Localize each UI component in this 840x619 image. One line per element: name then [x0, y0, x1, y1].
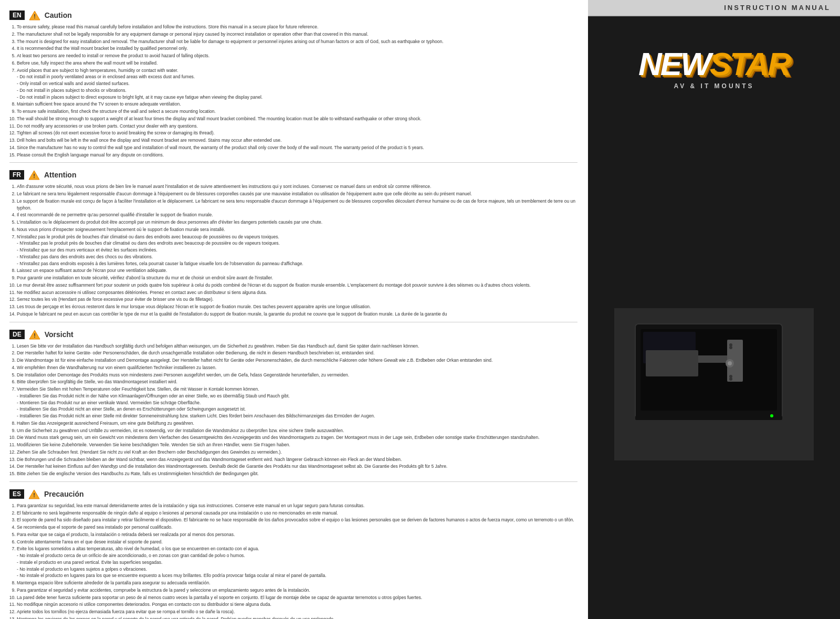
section-text-fr: Afin d'assurer votre sécurité, nous vous… [9, 183, 578, 317]
svg-rect-23 [646, 350, 698, 376]
instruction-manual-header: INSTRUCTION MANUAL [588, 0, 840, 16]
lang-code-de: DE [9, 330, 25, 339]
section-text-es: Para garantizar su seguridad, lea este m… [9, 502, 578, 619]
section-text-de: Lesen Sie bitte vor der Installation das… [9, 343, 578, 477]
svg-point-22 [729, 377, 732, 381]
svg-text:!: ! [33, 492, 35, 498]
section-title-de: Vorsicht [45, 330, 74, 339]
left-content: EN ! Caution To ensure safety, please re… [0, 0, 588, 619]
lang-code-es: ES [9, 489, 24, 499]
section-de-header: DE ! Vorsicht [9, 329, 578, 340]
svg-text:!: ! [34, 13, 36, 19]
svg-point-24 [770, 414, 773, 417]
logo-subtitle: AV & IT MOUNTS [598, 82, 830, 90]
svg-point-20 [729, 346, 732, 349]
tv-image-area [588, 100, 840, 619]
section-title-fr: Attention [44, 171, 76, 179]
section-en-header: EN ! Caution [9, 9, 578, 21]
svg-rect-14 [635, 416, 782, 420]
section-title-es: Precaución [44, 490, 83, 498]
svg-text:!: ! [33, 173, 35, 179]
section-es-header: ES ! Precaución [9, 488, 578, 500]
lang-code-fr: FR [9, 170, 24, 180]
warning-icon-en: ! [29, 9, 40, 21]
logo-new: NEW [638, 46, 710, 82]
tv-mount-illustration [614, 308, 814, 460]
warning-icon-fr: ! [28, 169, 40, 181]
warning-icon-es: ! [28, 488, 40, 500]
svg-point-18 [728, 361, 732, 365]
logo-area: NEWSTAR AV & IT MOUNTS [588, 37, 840, 100]
page-container: EN ! Caution To ensure safety, please re… [0, 0, 840, 619]
section-title-en: Caution [45, 11, 72, 19]
divider-fr-de [9, 322, 578, 322]
header-title: INSTRUCTION MANUAL [724, 4, 831, 12]
warning-icon-de: ! [29, 329, 40, 340]
svg-text:!: ! [34, 332, 36, 339]
divider-en-fr [9, 162, 578, 163]
logo-star: STAR [710, 46, 790, 82]
section-fr-header: FR ! Attention [9, 169, 578, 181]
lang-code-en: EN [9, 11, 25, 20]
right-sidebar: INSTRUCTION MANUAL NEWSTAR AV & IT MOUNT… [588, 0, 840, 619]
divider-de-es [9, 481, 578, 482]
section-text-en: To ensure safety, please read this manua… [9, 24, 578, 158]
